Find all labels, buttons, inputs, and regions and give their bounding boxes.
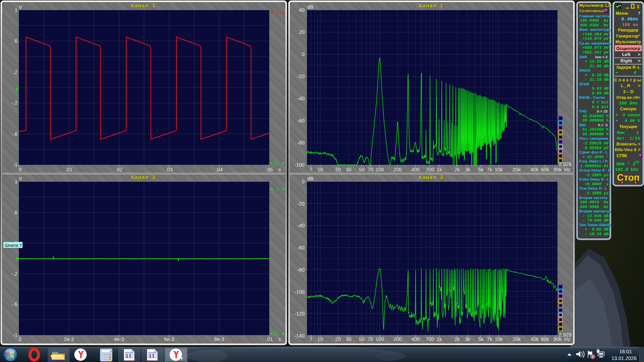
svg-text:Freq. Ratio L / R: Freq. Ratio L / R: [579, 160, 607, 164]
svg-text:70: 70: [368, 337, 373, 342]
svg-text:Спектры: Спектры: [614, 77, 642, 82]
svg-text:7: 7: [310, 337, 312, 342]
svg-text:-20: -20: [297, 74, 305, 79]
svg-text:-6.39364 µV: -6.39364 µV: [583, 146, 609, 150]
svg-text:8.46ms: 8.46ms: [622, 17, 638, 22]
svg-text:400: 400: [411, 167, 420, 173]
svg-text:Rife-Vinc 6: Rife-Vinc 6: [615, 147, 636, 152]
svg-text:+: +: [616, 70, 619, 75]
svg-text:0.0 bit: 0.0 bit: [592, 105, 609, 110]
svg-text:Канал 1: Канал 1: [419, 3, 444, 9]
svg-text:8e-3: 8e-3: [214, 337, 224, 342]
svg-text:>: >: [638, 147, 641, 152]
svg-text:Вторая амплитуд: Вторая амплитуд: [579, 209, 611, 214]
svg-text:192.0 kHz: 192.0 kHz: [615, 167, 639, 172]
svg-text:.6: .6: [13, 210, 17, 216]
svg-text:- 12.036 dB: - 12.036 dB: [583, 214, 609, 219]
svg-text:- 78.646 dB: - 78.646 dB: [583, 218, 609, 223]
svg-text:-80: -80: [297, 140, 305, 146]
svg-text:30: 30: [346, 167, 352, 173]
svg-text:IMD: IMD: [579, 123, 586, 127]
svg-text:-100: -100: [294, 162, 305, 168]
svg-text:200: 200: [393, 167, 402, 173]
svg-text:SFDR: SFDR: [579, 82, 589, 86]
svg-text:V: V: [19, 4, 22, 10]
svg-text:SINAD: SINAD: [579, 69, 591, 73]
svg-text:7k: 7k: [487, 167, 492, 173]
svg-text:>: >: [638, 141, 641, 146]
svg-text:+: +: [616, 113, 619, 118]
svg-text:-1: -1: [13, 162, 17, 168]
svg-text:dB: dB: [307, 176, 313, 182]
svg-text:Мультиметр 1,2: Мультиметр 1,2: [579, 3, 610, 8]
svg-text:+ 51.3995 °: + 51.3995 °: [583, 155, 609, 160]
svg-text:100: 100: [375, 337, 384, 342]
svg-text:БПФ ° 2: БПФ ° 2: [616, 162, 636, 167]
svg-text:X: X: [636, 4, 640, 10]
svg-text:60k: 60k: [541, 167, 549, 173]
svg-text:s: s: [278, 337, 281, 342]
svg-text:Взвесить: Взвесить: [616, 141, 637, 146]
svg-text:Пост. смещение: Пост. смещение: [579, 137, 608, 141]
svg-text:2k: 2k: [454, 337, 460, 342]
svg-text:10k: 10k: [495, 337, 503, 342]
svg-text:+0.0000 s: +0.0000 s: [585, 182, 609, 187]
svg-text:0: 0: [302, 179, 305, 185]
svg-text:low = 2: low = 2: [595, 55, 608, 59]
svg-text:-.6: -.6: [11, 302, 17, 307]
svg-text:90k: 90k: [553, 167, 562, 173]
svg-text:-100: -100: [294, 289, 305, 295]
svg-text:ENOB . Carrier: ENOB . Carrier: [579, 96, 605, 100]
svg-text:Меню: Меню: [616, 11, 628, 16]
svg-text:20: 20: [335, 167, 341, 173]
svg-text:300.0019 Hz: 300.0019 Hz: [580, 200, 609, 205]
svg-text:100.0006 Hz: 100.0006 Hz: [580, 18, 609, 23]
svg-text:Right: Right: [621, 58, 632, 63]
svg-text:-2.2885 µs: -2.2885 µs: [585, 191, 609, 196]
svg-text:-40: -40: [297, 96, 305, 102]
svg-text:0: 0: [110, 350, 112, 353]
svg-text:Вторая частота: Вторая частота: [579, 196, 608, 200]
svg-text:200: 200: [393, 337, 402, 342]
svg-text:20k: 20k: [513, 167, 521, 173]
svg-text:0: 0: [19, 337, 21, 342]
svg-text:6e-3: 6e-3: [164, 337, 174, 342]
svg-text:3k: 3k: [465, 167, 470, 173]
svg-text:+749.384 mV: +749.384 mV: [583, 32, 609, 37]
svg-text:Главная частота: Главная частота: [579, 14, 609, 18]
svg-text:True Delay R - L: True Delay R - L: [579, 187, 607, 191]
svg-text:7k: 7k: [487, 337, 492, 342]
svg-text:0: 0: [634, 70, 637, 75]
svg-text:2.929: 2.929: [559, 332, 572, 338]
svg-text:Осциллогр: Осциллогр: [616, 46, 640, 51]
svg-text:-40: -40: [297, 223, 305, 229]
svg-text:100.0ms: 100.0ms: [619, 101, 638, 106]
svg-text:>: >: [638, 52, 641, 57]
svg-text:- 21.18 dB: - 21.18 dB: [585, 77, 609, 82]
svg-text:?: ?: [638, 11, 641, 16]
svg-text:9.53 dB: 9.53 dB: [592, 86, 609, 91]
svg-text:-2.2885 µs: -2.2885 µs: [585, 173, 609, 178]
svg-text:40: 40: [299, 7, 305, 13]
svg-text:1k: 1k: [437, 337, 442, 342]
svg-text:-.6: -.6: [11, 131, 17, 137]
svg-text:-.2: -.2: [11, 271, 17, 277]
svg-text:.02: .02: [115, 167, 122, 173]
svg-text:2e-3: 2e-3: [64, 337, 74, 342]
svg-text:Канал 2: Канал 2: [419, 175, 444, 181]
svg-text:.03: .03: [166, 167, 173, 173]
svg-text:Канал 1: Канал 1: [131, 3, 156, 9]
svg-text:2.929: 2.929: [559, 162, 572, 167]
svg-text:0: 0: [302, 52, 305, 57]
svg-text:700: 700: [426, 337, 434, 342]
svg-text:Задерж R–L: Задерж R–L: [616, 65, 640, 70]
svg-text:Текущее: Текущее: [619, 124, 637, 129]
svg-text:5k: 5k: [478, 167, 484, 173]
svg-text:h = 10: h = 10: [597, 110, 608, 114]
svg-text:Сдвиг фаз R - L: Сдвиг фаз R - L: [579, 150, 608, 155]
svg-text:+588.073 mV: +588.073 mV: [583, 46, 609, 50]
svg-text:0.00 %: 0.00 %: [625, 119, 640, 123]
svg-text:THD: THD: [579, 110, 587, 114]
svg-text:10k: 10k: [495, 167, 503, 173]
svg-text:-20: -20: [297, 201, 305, 207]
